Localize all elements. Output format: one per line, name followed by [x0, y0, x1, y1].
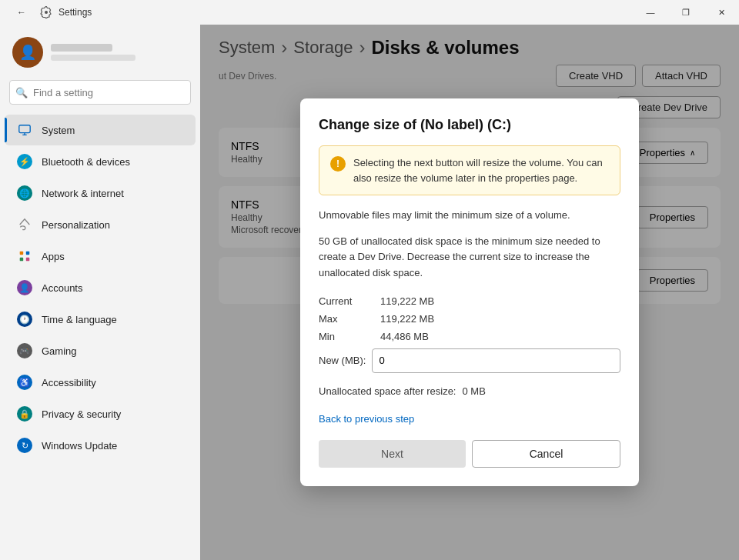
- sidebar-label-personalization: Personalization: [42, 219, 110, 231]
- sidebar-item-accounts[interactable]: 👤 Accounts: [5, 272, 196, 303]
- sidebar-item-apps[interactable]: Apps: [5, 241, 196, 272]
- dialog-footer: Next Cancel: [319, 440, 620, 468]
- sidebar-label-windows-update: Windows Update: [42, 440, 117, 452]
- unallocated-row: Unallocated space after resize: 0 MB: [319, 385, 620, 397]
- min-value: 44,486 MB: [380, 331, 429, 342]
- sidebar-label-accessibility: Accessibility: [42, 377, 96, 388]
- sidebar-label-privacy: Privacy & security: [42, 408, 121, 420]
- svg-rect-0: [19, 125, 30, 133]
- sidebar-nav: System ⚡ Bluetooth & devices 🌐 Network &…: [0, 111, 200, 560]
- new-mb-label: New (MB):: [319, 355, 366, 366]
- modal-overlay: Change size of (No label) (C:) ! Selecti…: [200, 25, 739, 560]
- content-area: System › Storage › Disks & volumes ut De…: [200, 25, 739, 560]
- user-name: [51, 44, 112, 52]
- min-row: Min 44,486 MB: [319, 331, 620, 342]
- sidebar-label-time: Time & language: [42, 314, 117, 325]
- sidebar-item-time[interactable]: 🕐 Time & language: [5, 304, 196, 335]
- back-button[interactable]: ←: [9, 0, 34, 25]
- sidebar-item-personalization[interactable]: Personalization: [5, 209, 196, 240]
- sidebar-item-privacy[interactable]: 🔒 Privacy & security: [5, 398, 196, 429]
- dialog-title: Change size of (No label) (C:): [319, 117, 620, 133]
- sidebar-label-accounts: Accounts: [42, 282, 82, 294]
- bluetooth-icon: ⚡: [17, 154, 32, 169]
- sidebar-label-apps: Apps: [42, 251, 65, 262]
- max-row: Max 119,222 MB: [319, 313, 620, 325]
- info-banner: ! Selecting the next button will resize …: [319, 145, 620, 195]
- gaming-icon: 🎮: [17, 343, 32, 358]
- dialog-desc: 50 GB of unallocated disk space is the m…: [319, 234, 620, 282]
- update-icon: ↻: [17, 438, 32, 453]
- sidebar-label-bluetooth: Bluetooth & devices: [42, 156, 130, 168]
- sidebar-label-gaming: Gaming: [42, 345, 77, 357]
- sidebar-item-bluetooth[interactable]: ⚡ Bluetooth & devices: [5, 146, 196, 177]
- user-info: [51, 44, 188, 61]
- current-row: Current 119,222 MB: [319, 295, 620, 307]
- new-mb-input[interactable]: [372, 348, 620, 373]
- sidebar-label-system: System: [42, 125, 75, 136]
- warning-icon: !: [330, 156, 346, 172]
- accessibility-icon: ♿: [17, 375, 32, 390]
- sidebar-item-network[interactable]: 🌐 Network & internet: [5, 178, 196, 208]
- sidebar-item-accessibility[interactable]: ♿ Accessibility: [5, 367, 196, 398]
- avatar: 👤: [12, 37, 43, 68]
- next-button[interactable]: Next: [319, 440, 466, 468]
- window-controls: — ❐ ✕: [633, 0, 739, 25]
- min-label: Min: [319, 331, 380, 342]
- current-label: Current: [319, 295, 380, 307]
- sidebar-label-network: Network & internet: [42, 188, 124, 199]
- cancel-button[interactable]: Cancel: [472, 440, 620, 468]
- user-email: [51, 55, 135, 61]
- sidebar-item-system[interactable]: System: [5, 115, 196, 145]
- dialog-note: Unmovable files may limit the minimum si…: [319, 208, 620, 223]
- settings-app-icon: [40, 6, 52, 18]
- close-button[interactable]: ✕: [704, 0, 739, 25]
- paint-icon: [17, 217, 32, 232]
- monitor-icon: [17, 122, 32, 138]
- svg-rect-4: [26, 258, 30, 262]
- app-title: Settings: [59, 7, 92, 18]
- sidebar-item-gaming[interactable]: 🎮 Gaming: [5, 335, 196, 366]
- sidebar-user[interactable]: 👤: [0, 25, 200, 74]
- search-input[interactable]: [9, 80, 191, 105]
- svg-rect-2: [26, 252, 30, 255]
- sidebar-search[interactable]: 🔍: [9, 80, 191, 105]
- dialog: Change size of (No label) (C:) ! Selecti…: [300, 98, 639, 486]
- svg-rect-3: [20, 258, 24, 262]
- sidebar-item-windows-update[interactable]: ↻ Windows Update: [5, 430, 196, 461]
- account-icon: 👤: [17, 280, 32, 295]
- new-mb-row: New (MB):: [319, 348, 620, 373]
- unallocated-value: 0 MB: [462, 385, 485, 397]
- restore-button[interactable]: ❐: [668, 0, 704, 25]
- svg-rect-1: [20, 252, 24, 255]
- banner-text: Selecting the next button will resize th…: [353, 155, 609, 185]
- apps-icon: [17, 248, 32, 264]
- sidebar: 👤 🔍 System ⚡ Blu: [0, 25, 200, 560]
- max-value: 119,222 MB: [380, 313, 434, 325]
- back-link[interactable]: Back to previous step: [319, 413, 414, 425]
- current-value: 119,222 MB: [380, 295, 434, 307]
- minimize-button[interactable]: —: [633, 0, 668, 25]
- app-layout: 👤 🔍 System ⚡ Blu: [0, 25, 739, 560]
- unallocated-label: Unallocated space after resize:: [319, 385, 456, 397]
- privacy-icon: 🔒: [17, 406, 32, 422]
- titlebar: ← Settings — ❐ ✕: [0, 0, 739, 25]
- network-icon: 🌐: [17, 185, 32, 201]
- clock-icon: 🕐: [17, 312, 32, 327]
- max-label: Max: [319, 313, 380, 325]
- search-icon: 🔍: [15, 87, 28, 98]
